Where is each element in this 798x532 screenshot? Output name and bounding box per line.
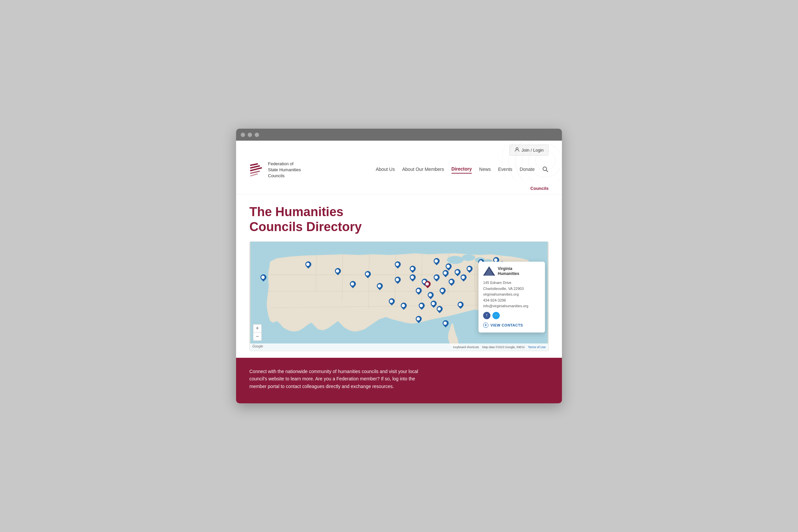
page-body: The Humanities Councils Directory — [236, 194, 562, 403]
org-name: Federation of State Humanities Councils — [268, 161, 301, 179]
map-pin[interactable] — [388, 297, 396, 306]
page-content: Join / Login — [236, 141, 562, 403]
nav-about-members[interactable]: About Our Members — [402, 167, 444, 173]
logo-area: Federation of State Humanities Councils — [249, 161, 301, 179]
map-pin[interactable] — [349, 280, 357, 288]
zoom-in-button[interactable]: + — [253, 324, 261, 332]
page-title-section: The Humanities Councils Directory — [236, 194, 562, 241]
map-pin[interactable] — [376, 282, 384, 290]
map-pin[interactable] — [414, 286, 423, 294]
svg-point-6 — [516, 148, 518, 150]
page-title: The Humanities Councils Directory — [249, 205, 549, 235]
nav-events[interactable]: Events — [498, 167, 512, 173]
keyboard-shortcuts[interactable]: Keyboard shortcuts — [453, 345, 479, 349]
terms-of-use-link[interactable]: Terms of Use — [528, 345, 546, 349]
map-pin[interactable] — [432, 273, 440, 281]
page-footer-dark: Connect with the nationwide community of… — [236, 358, 562, 403]
map-popup: Virginia Humanities 145 Ednam Drive Char… — [478, 262, 545, 332]
map-controls: + − — [253, 324, 262, 341]
nav-news[interactable]: News — [479, 167, 491, 173]
map-pin[interactable] — [417, 302, 425, 310]
map-pin[interactable] — [408, 273, 417, 281]
map-pin[interactable] — [399, 302, 407, 310]
map-pin[interactable] — [447, 278, 456, 286]
map-pin[interactable] — [304, 260, 312, 268]
browser-dot-red — [241, 133, 245, 137]
browser-window: Join / Login — [236, 129, 562, 403]
plus-icon: + — [483, 323, 489, 328]
nav-about-us[interactable]: About Us — [376, 167, 395, 173]
view-contacts-button[interactable]: + VIEW CONTACTS — [483, 323, 540, 328]
browser-chrome — [236, 129, 562, 141]
nav-directory[interactable]: Directory — [452, 166, 472, 174]
popup-logo: Virginia Humanities — [483, 266, 540, 277]
search-button[interactable] — [542, 166, 549, 174]
twitter-icon[interactable]: 🐦 — [492, 312, 500, 319]
map-pin[interactable] — [426, 291, 435, 299]
map-footer-bar: Keyboard shortcuts Map data ©2023 Google… — [250, 343, 548, 351]
map-pin[interactable] — [334, 267, 342, 275]
google-watermark: Google — [252, 344, 263, 348]
header-main: Federation of State Humanities Councils … — [249, 158, 549, 184]
join-login-label: Join / Login — [522, 148, 544, 153]
map-pin[interactable] — [465, 264, 474, 273]
map-pin[interactable] — [414, 315, 423, 323]
browser-dot-green — [255, 133, 259, 137]
popup-org-name: Virginia Humanities — [498, 266, 519, 277]
map-pin[interactable] — [429, 299, 438, 307]
map-pin[interactable] — [394, 260, 402, 268]
org-logo-icon — [249, 163, 264, 177]
browser-dot-yellow — [248, 133, 252, 137]
map-pin[interactable] — [459, 273, 468, 281]
map-pin[interactable] — [408, 264, 417, 273]
nav-donate[interactable]: Donate — [520, 167, 535, 173]
header: Join / Login — [236, 141, 562, 194]
map-data-label: Map data ©2023 Google, INEGI — [482, 345, 525, 349]
sub-nav-councils[interactable]: Councils — [530, 186, 549, 191]
map-pin[interactable] — [432, 257, 440, 265]
map-pin[interactable] — [259, 273, 267, 281]
map-pin[interactable] — [435, 305, 443, 313]
sub-nav: Councils — [249, 184, 549, 194]
join-login-button[interactable]: Join / Login — [509, 145, 549, 156]
footer-description: Connect with the nationwide community of… — [249, 368, 432, 390]
map-container: Virginia Humanities 145 Ednam Drive Char… — [249, 241, 549, 351]
view-contacts-label: VIEW CONTACTS — [491, 323, 523, 327]
map-pin[interactable] — [453, 268, 461, 276]
zoom-out-button[interactable]: − — [253, 332, 261, 341]
facebook-icon[interactable]: f — [483, 312, 491, 319]
popup-social: f 🐦 — [483, 312, 540, 319]
map-pin[interactable] — [444, 262, 453, 271]
nav-area: About Us About Our Members Directory New… — [376, 166, 549, 174]
map-pin[interactable] — [364, 270, 372, 278]
header-top: Join / Login — [249, 141, 549, 158]
popup-address: 145 Ednam Drive Charlottesville, VA 2290… — [483, 280, 540, 309]
map-pin[interactable] — [394, 275, 402, 284]
virginia-humanities-logo-icon — [483, 266, 495, 276]
svg-point-7 — [543, 167, 547, 171]
user-icon — [514, 147, 520, 153]
map-pin[interactable] — [438, 286, 446, 294]
map-pin[interactable] — [441, 319, 450, 327]
map-pin[interactable] — [456, 300, 464, 308]
